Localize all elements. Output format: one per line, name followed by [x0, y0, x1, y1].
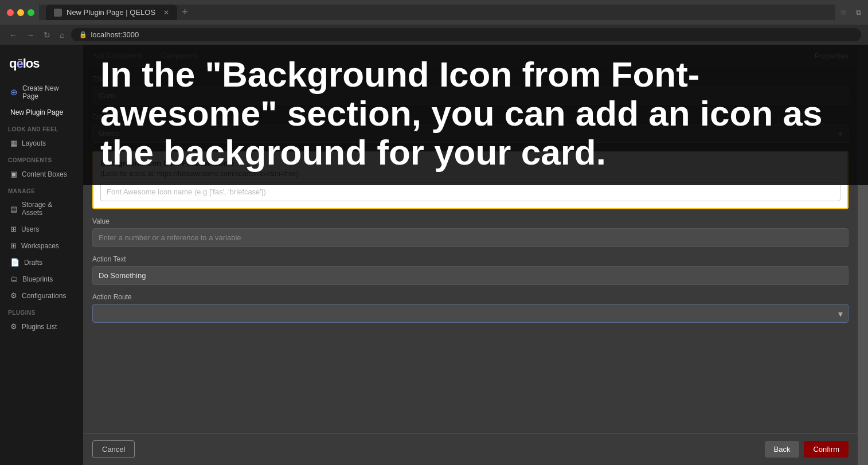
- users-label: Users: [21, 225, 39, 233]
- forward-nav-button[interactable]: →: [24, 29, 37, 41]
- sidebar-item-create-new-page[interactable]: ⊕ Create New Page: [2, 80, 81, 104]
- tab-close-icon[interactable]: ✕: [163, 9, 169, 17]
- action-route-select-wrapper: [92, 304, 849, 323]
- app-body: qēlos ⊕ Create New Page New Plugin Page …: [0, 45, 868, 465]
- blueprints-label: Blueprints: [22, 275, 53, 283]
- maximize-button[interactable]: [28, 9, 34, 16]
- close-button[interactable]: [7, 9, 14, 16]
- lock-icon: 🔒: [79, 31, 87, 38]
- logo-text: qēlos: [9, 56, 74, 71]
- main-content: In the "Background Icon from Font-awesom…: [83, 45, 868, 465]
- action-text-field-group: Action Text: [92, 255, 849, 285]
- action-route-label: Action Route: [92, 293, 849, 301]
- workspaces-label: Workspaces: [21, 242, 59, 250]
- minimize-button[interactable]: [17, 9, 24, 16]
- action-route-field-group: Action Route: [92, 293, 849, 323]
- sidebar-item-layouts[interactable]: ▦ Layouts: [2, 135, 81, 151]
- sidebar-item-blueprints[interactable]: 🗂 Blueprints: [2, 271, 81, 287]
- sidebar-logo: qēlos: [0, 52, 83, 80]
- bookmark-icon[interactable]: ☆: [840, 8, 847, 17]
- plugins-icon: ⚙: [10, 322, 17, 331]
- sidebar-item-storage-assets[interactable]: ▤ Storage & Assets: [2, 197, 81, 221]
- annotation-text: In the "Background Icon from Font-awesom…: [100, 55, 851, 173]
- address-bar-row: ← → ↻ ⌂ 🔒 localhost:3000: [0, 25, 868, 45]
- plugins-list-label: Plugins List: [22, 323, 57, 331]
- content-boxes-icon: ▣: [10, 170, 17, 178]
- titlebar: New Plugin Page | QELOS ✕ + ☆ ⧉: [0, 0, 868, 25]
- tab-favicon: [54, 9, 62, 17]
- new-tab-button[interactable]: +: [182, 6, 188, 18]
- sidebar: qēlos ⊕ Create New Page New Plugin Page …: [0, 45, 83, 465]
- tab-title: New Plugin Page | QELOS: [67, 8, 155, 17]
- tab-bar: New Plugin Page | QELOS ✕ +: [39, 5, 835, 20]
- back-nav-button[interactable]: ←: [7, 29, 19, 41]
- url-text: localhost:3000: [91, 30, 139, 39]
- storage-label: Storage & Assets: [22, 201, 73, 217]
- drafts-icon: 📄: [10, 258, 19, 267]
- confirm-button[interactable]: Confirm: [804, 441, 849, 458]
- sidebar-item-drafts[interactable]: 📄 Drafts: [2, 254, 81, 271]
- address-bar[interactable]: 🔒 localhost:3000: [71, 28, 861, 41]
- manage-section-label: MANAGE: [0, 182, 83, 197]
- users-icon: ⊞: [10, 225, 17, 233]
- action-text-input[interactable]: [92, 266, 849, 285]
- browser-chrome: New Plugin Page | QELOS ✕ + ☆ ⧉ ← → ↻ ⌂ …: [0, 0, 868, 45]
- sidebar-item-content-boxes[interactable]: ▣ Content Boxes: [2, 166, 81, 182]
- back-button[interactable]: Back: [765, 441, 800, 458]
- cancel-button[interactable]: Cancel: [92, 440, 135, 458]
- sidebar-item-workspaces[interactable]: ⊞ Workspaces: [2, 237, 81, 254]
- action-route-select[interactable]: [92, 304, 849, 323]
- value-label: Value: [92, 217, 849, 225]
- action-text-label: Action Text: [92, 255, 849, 263]
- content-boxes-label: Content Boxes: [22, 170, 67, 178]
- storage-icon: ▤: [10, 205, 17, 213]
- sidebar-item-configurations[interactable]: ⚙ Configurations: [2, 287, 81, 304]
- drafts-label: Drafts: [24, 259, 42, 267]
- overlay-annotation: In the "Background Icon from Font-awesom…: [83, 45, 868, 185]
- traffic-lights: [7, 9, 34, 16]
- footer-btn-group: Back Confirm: [765, 441, 849, 458]
- configurations-label: Configurations: [22, 292, 66, 300]
- plugins-section-label: PLUGINS: [0, 304, 83, 318]
- form-footer: Cancel Back Confirm: [83, 433, 858, 465]
- sidebar-item-new-plugin-page[interactable]: New Plugin Page: [2, 104, 81, 120]
- look-and-feel-section-label: LOOK AND FEEL: [0, 120, 83, 135]
- create-new-page-label: Create New Page: [22, 84, 73, 100]
- active-tab[interactable]: New Plugin Page | QELOS ✕: [46, 5, 177, 20]
- value-field-group: Value: [92, 217, 849, 247]
- extensions-icon[interactable]: ⧉: [856, 8, 861, 17]
- bg-icon-input[interactable]: [100, 182, 840, 201]
- blueprints-icon: 🗂: [10, 275, 18, 283]
- layouts-icon: ▦: [10, 139, 17, 147]
- value-input[interactable]: [92, 228, 849, 247]
- components-section-label: COMPONENTS: [0, 151, 83, 166]
- new-plugin-page-label: New Plugin Page: [10, 108, 63, 116]
- reload-button[interactable]: ↻: [41, 29, 53, 41]
- home-button[interactable]: ⌂: [57, 29, 67, 41]
- layouts-label: Layouts: [22, 139, 46, 147]
- plus-icon: ⊕: [10, 87, 18, 97]
- sidebar-item-users[interactable]: ⊞ Users: [2, 221, 81, 237]
- workspaces-icon: ⊞: [10, 241, 17, 250]
- sidebar-item-plugins-list[interactable]: ⚙ Plugins List: [2, 318, 81, 335]
- configurations-icon: ⚙: [10, 291, 17, 300]
